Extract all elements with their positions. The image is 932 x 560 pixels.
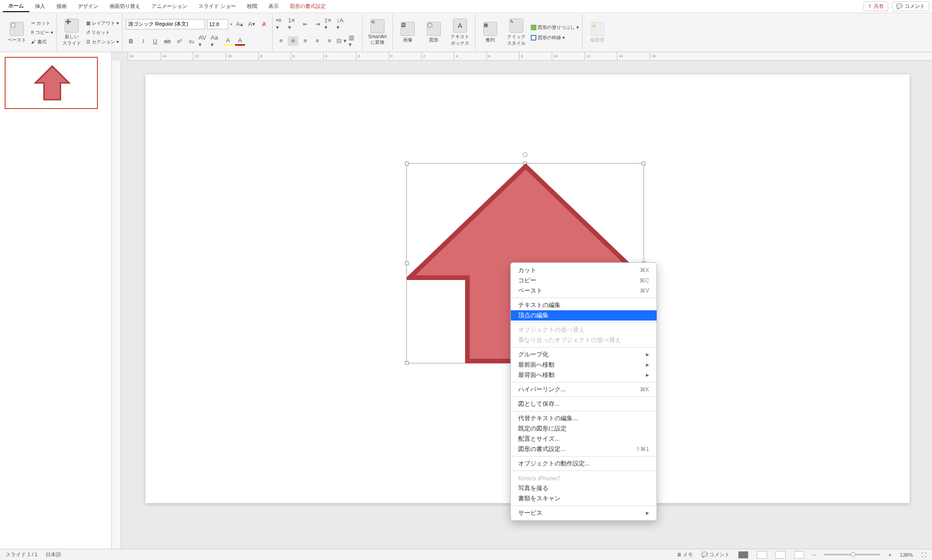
- tab-home[interactable]: ホーム: [3, 0, 29, 12]
- context-menu-item-20[interactable]: 配置とサイズ...: [511, 434, 657, 444]
- context-menu-item-18[interactable]: 代替テキストの編集...: [511, 413, 657, 423]
- smartart-button[interactable]: ⟲SmartArt に変換: [366, 19, 389, 46]
- context-menu-item-29[interactable]: サービス: [511, 508, 657, 518]
- fit-window-button[interactable]: ⛶: [921, 552, 926, 558]
- context-menu-label: オブジェクトの並べ替え: [518, 326, 585, 334]
- context-menu-item-14[interactable]: ハイパーリンク...⌘K: [511, 384, 657, 395]
- highlight-button[interactable]: A: [223, 36, 233, 46]
- notes-button[interactable]: ≣ メモ: [677, 551, 693, 558]
- clear-format-button[interactable]: A̷: [259, 20, 269, 29]
- superscript-button[interactable]: x²: [174, 36, 185, 46]
- zoom-percent[interactable]: 138%: [900, 552, 913, 558]
- context-menu-item-2[interactable]: ペースト⌘V: [511, 286, 657, 296]
- decrease-font-button[interactable]: A▾: [247, 20, 257, 29]
- slide-thumbnail-panel: 1: [0, 52, 112, 549]
- tab-design[interactable]: デザイン: [72, 1, 104, 12]
- horizontal-ruler: 1614121086420246810121416: [128, 52, 932, 61]
- font-size-combo[interactable]: [207, 19, 228, 29]
- comments-button[interactable]: 💬コメント: [892, 1, 929, 11]
- textbox-icon: A: [453, 19, 467, 33]
- align-left-button[interactable]: ≡: [276, 36, 286, 46]
- layout-button[interactable]: ▦レイアウト ▾: [86, 19, 119, 27]
- picture-button[interactable]: 🖼画像: [396, 22, 419, 43]
- context-menu-item-8: 重なり合ったオブジェクトの並べ替え: [511, 335, 657, 345]
- line-spacing-button[interactable]: ‡≡ ▾: [324, 19, 335, 28]
- align-right-button[interactable]: ≡: [300, 36, 310, 46]
- arrange-button[interactable]: ▦整列: [479, 22, 502, 43]
- language-indicator[interactable]: 日本語: [46, 551, 61, 558]
- context-menu-item-0[interactable]: カット⌘X: [511, 265, 657, 275]
- underline-button[interactable]: U: [150, 36, 160, 46]
- change-case-button[interactable]: Aa ▾: [211, 36, 221, 46]
- tab-review[interactable]: 校閲: [241, 1, 263, 12]
- tab-draw[interactable]: 描画: [51, 1, 72, 12]
- tab-slideshow[interactable]: スライド ショー: [193, 1, 241, 12]
- shape-outline-button[interactable]: 図形の枠線 ▾: [531, 34, 579, 42]
- zoom-in-button[interactable]: +: [888, 552, 891, 558]
- comments-toggle[interactable]: 💬 コメント: [701, 551, 730, 558]
- distribute-button[interactable]: ≡: [324, 36, 335, 46]
- view-normal-button[interactable]: [738, 551, 748, 559]
- view-slideshow-button[interactable]: [794, 551, 804, 559]
- tab-shape-format[interactable]: 図形の書式設定: [284, 1, 331, 12]
- indent-button[interactable]: ⇥: [312, 19, 322, 28]
- font-color-button[interactable]: A: [235, 36, 245, 46]
- paste-button[interactable]: 📋ペースト: [5, 22, 28, 43]
- shape-fill-button[interactable]: 図形の塗りつぶし ▾: [531, 23, 579, 32]
- context-menu-item-23[interactable]: オブジェクトの動作設定...: [511, 458, 657, 469]
- zoom-slider-knob[interactable]: [851, 552, 856, 557]
- subscript-button[interactable]: x₂: [186, 36, 197, 46]
- zoom-slider[interactable]: [824, 554, 880, 555]
- tab-transitions[interactable]: 画面切り替え: [104, 1, 146, 12]
- outdent-button[interactable]: ⇤: [300, 19, 310, 28]
- text-direction-button[interactable]: ↕A ▾: [336, 19, 347, 28]
- layout-icon: ▦: [86, 20, 90, 26]
- context-menu-item-4[interactable]: テキストの編集: [511, 300, 657, 310]
- bullets-button[interactable]: •≡ ▾: [276, 19, 286, 28]
- tab-insert[interactable]: 挿入: [29, 1, 51, 12]
- context-menu-item-19[interactable]: 既定の図形に設定: [511, 423, 657, 434]
- textbox-button[interactable]: Aテキスト ボックス: [448, 19, 472, 47]
- rotation-handle[interactable]: [523, 152, 528, 157]
- format-painter-button[interactable]: 🖌書式: [31, 38, 53, 46]
- group-smartart: ⟲SmartArt に変換: [363, 14, 393, 51]
- context-menu-item-16[interactable]: 図として保存...: [511, 399, 657, 409]
- increase-font-button[interactable]: A▴: [234, 20, 245, 29]
- context-menu-item-10[interactable]: グループ化: [511, 349, 657, 360]
- italic-button[interactable]: I: [138, 36, 148, 46]
- context-menu-item-1[interactable]: コピー⌘C: [511, 275, 657, 286]
- bold-button[interactable]: B: [126, 36, 136, 46]
- context-menu-item-27[interactable]: 書類をスキャン: [511, 493, 657, 504]
- view-sorter-button[interactable]: [757, 551, 767, 559]
- cut-button[interactable]: ✂カット: [31, 19, 53, 27]
- copy-button[interactable]: ⎘コピー ▾: [31, 28, 53, 37]
- context-menu-item-12[interactable]: 最背面へ移動: [511, 370, 657, 380]
- numbering-button[interactable]: 1≡ ▾: [288, 19, 298, 28]
- context-menu-label: 重なり合ったオブジェクトの並べ替え: [518, 336, 621, 344]
- section-button[interactable]: ☰セクション ▾: [86, 38, 119, 46]
- slide-thumbnail-1[interactable]: [5, 57, 98, 109]
- align-text-button[interactable]: ⊟ ▾: [336, 36, 347, 46]
- columns-button[interactable]: ▥ ▾: [349, 36, 359, 46]
- context-menu: カット⌘Xコピー⌘Cペースト⌘Vテキストの編集頂点の編集オブジェクトの並べ替え重…: [510, 262, 657, 521]
- shapes-button[interactable]: ◯図形: [422, 22, 445, 43]
- sensitivity-button[interactable]: 🔒秘密度: [586, 22, 609, 43]
- new-slide-button[interactable]: ➕新しい スライド: [60, 19, 83, 47]
- reset-button[interactable]: ↺リセット: [86, 28, 119, 37]
- font-name-combo[interactable]: [126, 19, 205, 29]
- view-reading-button[interactable]: [775, 551, 786, 559]
- context-menu-item-21[interactable]: 図形の書式設定...⇧⌘1: [511, 444, 657, 454]
- context-menu-item-11[interactable]: 最前面へ移動: [511, 360, 657, 370]
- justify-button[interactable]: ≡: [312, 36, 322, 46]
- share-button[interactable]: ⇪共有: [863, 1, 888, 11]
- copy-icon: ⎘: [31, 30, 34, 35]
- tab-view[interactable]: 表示: [263, 1, 284, 12]
- tab-animations[interactable]: アニメーション: [146, 1, 193, 12]
- char-spacing-button[interactable]: AV ▾: [199, 36, 209, 46]
- align-center-button[interactable]: ≡: [288, 36, 298, 46]
- context-menu-item-26[interactable]: 写真を撮る: [511, 483, 657, 493]
- zoom-out-button[interactable]: −: [813, 552, 816, 558]
- strike-button[interactable]: ab: [162, 36, 172, 46]
- context-menu-item-5[interactable]: 頂点の編集: [511, 310, 657, 321]
- quick-styles-button[interactable]: ✎クイック スタイル: [505, 19, 528, 47]
